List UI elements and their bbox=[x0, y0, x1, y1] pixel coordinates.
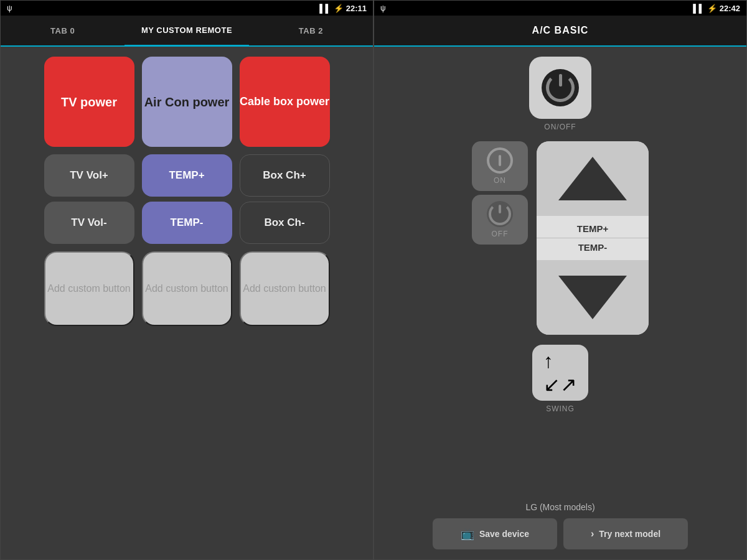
chevron-right-icon: › bbox=[591, 528, 594, 539]
toggle-line bbox=[499, 155, 501, 166]
add-custom-button-1[interactable]: Add custom button bbox=[44, 251, 134, 326]
box-ch-col: Box Ch+ Box Ch- bbox=[240, 154, 330, 244]
temp-plus-button[interactable]: TEMP+ bbox=[142, 154, 232, 197]
box-ch-minus-button[interactable]: Box Ch- bbox=[240, 202, 330, 244]
try-next-model-label: Try next model bbox=[599, 529, 660, 539]
on-label: ON bbox=[494, 176, 506, 185]
power-onoff-container: ON/OFF bbox=[529, 57, 591, 131]
tab-my-custom-remote[interactable]: MY CUSTOM REMOTE bbox=[125, 16, 248, 47]
temp-down-button[interactable] bbox=[537, 260, 649, 335]
tab-0[interactable]: TAB 0 bbox=[1, 16, 125, 45]
swing-icon: ↑↙↗ bbox=[543, 350, 577, 396]
model-text: LG (Most models) bbox=[525, 502, 594, 512]
tv-power-button[interactable]: TV power bbox=[44, 57, 134, 147]
down-arrow-icon bbox=[558, 276, 627, 319]
temp-minus-label: TEMP- bbox=[537, 238, 649, 256]
battery-icon: ⚡ bbox=[334, 4, 344, 13]
on-off-col: ON OFF bbox=[472, 141, 528, 335]
try-next-model-button[interactable]: › Try next model bbox=[563, 518, 688, 549]
status-bar-2: ψ ▌▌ ⚡ 22:42 bbox=[374, 1, 746, 16]
off-button[interactable]: OFF bbox=[472, 195, 528, 245]
app-bar-title: A/C BASIC bbox=[532, 25, 589, 36]
cable-box-power-button[interactable]: Cable box power bbox=[240, 57, 330, 147]
usb-icon: ψ bbox=[7, 4, 12, 12]
swing-label: SWING bbox=[546, 404, 575, 413]
up-arrow-icon bbox=[558, 157, 627, 200]
power-icon bbox=[542, 69, 579, 106]
tv-vol-plus-button[interactable]: TV Vol+ bbox=[44, 154, 134, 197]
power-onoff-label: ON/OFF bbox=[544, 123, 576, 131]
button-row-3: Add custom button Add custom button Add … bbox=[11, 251, 363, 326]
off-label: OFF bbox=[492, 230, 509, 238]
temp-up-button[interactable] bbox=[537, 141, 649, 216]
button-row-1: TV power Air Con power Cable box power bbox=[11, 57, 363, 147]
save-device-button[interactable]: 📺 Save device bbox=[433, 518, 557, 549]
status-left-icons-2: ψ bbox=[380, 4, 386, 12]
clock: 22:11 bbox=[346, 4, 367, 13]
add-custom-button-2[interactable]: Add custom button bbox=[142, 251, 232, 326]
toggle-on-icon bbox=[487, 147, 513, 174]
tv-vol-minus-button[interactable]: TV Vol- bbox=[44, 202, 134, 244]
ac-bottom: LG (Most models) 📺 Save device › Try nex… bbox=[384, 502, 736, 549]
tab-2[interactable]: TAB 2 bbox=[249, 16, 373, 45]
box-ch-plus-button[interactable]: Box Ch+ bbox=[240, 154, 330, 197]
temp-labels: TEMP+ TEMP- bbox=[537, 216, 649, 260]
app-bar: A/C BASIC bbox=[374, 16, 746, 47]
button-row-2: TV Vol+ TV Vol- TEMP+ TEMP- Box Ch+ Box … bbox=[11, 154, 363, 244]
tab-bar: TAB 0 MY CUSTOM REMOTE TAB 2 bbox=[1, 16, 373, 47]
add-custom-button-3[interactable]: Add custom button bbox=[240, 251, 330, 326]
air-con-power-button[interactable]: Air Con power bbox=[142, 57, 232, 147]
swing-button[interactable]: ↑↙↗ bbox=[532, 345, 588, 401]
status-right-icons: ▌▌ ⚡ 22:11 bbox=[319, 4, 367, 13]
clock-2: 22:42 bbox=[720, 4, 740, 13]
battery-icon-2: ⚡ bbox=[707, 4, 717, 13]
bottom-buttons-row: 📺 Save device › Try next model bbox=[384, 518, 736, 549]
power-off-icon bbox=[487, 201, 513, 227]
power-onoff-button[interactable] bbox=[529, 57, 591, 119]
swing-container: ↑↙↗ SWING bbox=[532, 345, 588, 413]
save-device-label: Save device bbox=[479, 529, 529, 539]
signal-icon-2: ▌▌ bbox=[693, 4, 704, 13]
status-bar-1: ψ ▌▌ ⚡ 22:11 bbox=[1, 1, 373, 16]
temp-arrow-col: TEMP+ TEMP- bbox=[537, 141, 649, 335]
signal-icon: ▌▌ bbox=[319, 4, 331, 13]
status-right-icons-2: ▌▌ ⚡ 22:42 bbox=[693, 4, 740, 13]
usb-icon-2: ψ bbox=[380, 4, 386, 12]
ac-content: ON/OFF ON OFF bbox=[374, 47, 746, 559]
ac-middle-row: ON OFF TEMP+ TEMP- bbox=[384, 141, 736, 335]
status-left-icons: ψ bbox=[7, 4, 12, 12]
remote-grid: TV power Air Con power Cable box power T… bbox=[1, 47, 373, 559]
phone-2: ψ ▌▌ ⚡ 22:42 A/C BASIC ON/OFF bbox=[374, 0, 747, 560]
tv-icon: 📺 bbox=[461, 527, 474, 541]
on-button[interactable]: ON bbox=[472, 141, 528, 191]
temp-minus-button[interactable]: TEMP- bbox=[142, 202, 232, 244]
temp-plus-label: TEMP+ bbox=[537, 220, 649, 238]
phone-1: ψ ▌▌ ⚡ 22:11 TAB 0 MY CUSTOM REMOTE TAB … bbox=[0, 0, 374, 560]
tv-vol-col: TV Vol+ TV Vol- bbox=[44, 154, 134, 244]
temp-col: TEMP+ TEMP- bbox=[142, 154, 232, 244]
